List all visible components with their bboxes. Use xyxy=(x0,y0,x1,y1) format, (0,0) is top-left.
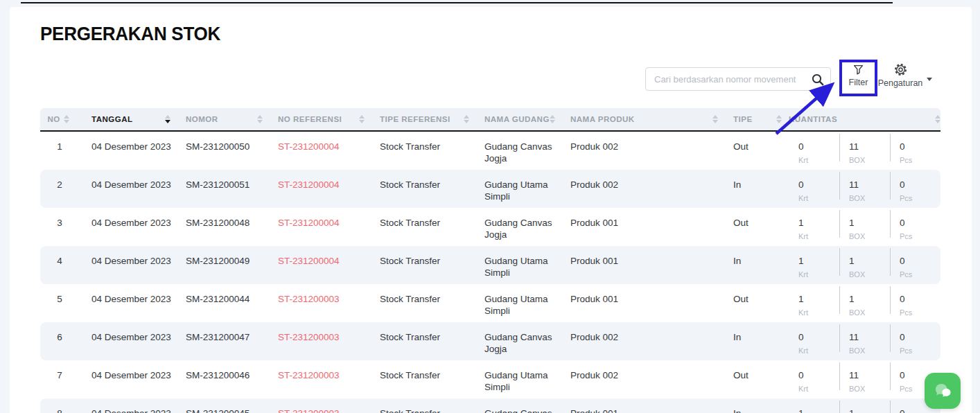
cell-nama-produk: Produk 002 xyxy=(562,132,725,170)
quantity-subcell: 0Pcs xyxy=(890,132,940,170)
quantity-value: 0 xyxy=(798,179,839,191)
quantity-value: 1 xyxy=(798,255,839,267)
cell-no-referensi: ST-231200004 xyxy=(270,208,371,246)
reference-link[interactable]: ST-231200003 xyxy=(278,332,340,342)
quantity-subcell: 11BOX xyxy=(839,170,890,208)
cell-nomor: SM-231200051 xyxy=(177,170,270,208)
search-input[interactable] xyxy=(646,68,830,90)
quantity-unit: Krt xyxy=(798,383,839,395)
reference-link[interactable]: ST-231200003 xyxy=(278,294,340,304)
reference-link[interactable]: ST-231200004 xyxy=(278,256,340,266)
cell-nama-gudang: Gudang Utama Simpli xyxy=(476,170,562,208)
cell-nama-produk: Produk 001 xyxy=(562,246,725,284)
header-cell-no_referensi[interactable]: NO REFERENSI xyxy=(270,108,371,130)
reference-link[interactable]: ST-231200004 xyxy=(278,218,340,228)
cell-tipe: In xyxy=(725,398,789,413)
cell-no-referensi: ST-231200004 xyxy=(270,246,371,284)
quantity-subcell: 0Pcs xyxy=(890,170,940,208)
page-title: PERGERAKAN STOK xyxy=(40,23,220,45)
cell-nomor: SM-231200044 xyxy=(177,284,270,322)
header-cell-kuantitas[interactable]: KUANTITAS xyxy=(789,108,940,130)
reference-link[interactable]: ST-231200004 xyxy=(278,141,340,152)
header-cell-tipe_referensi[interactable]: TIPE REFERENSI xyxy=(371,108,476,130)
reference-link[interactable]: ST-231200004 xyxy=(278,179,340,190)
quantity-subcell: 0Pcs xyxy=(890,246,940,284)
reference-link[interactable]: ST-231200003 xyxy=(278,408,340,413)
cell-kuantitas: 0Krt11BOX0Pcs xyxy=(789,132,940,170)
sort-arrows-icon xyxy=(776,115,782,123)
funnel-icon xyxy=(852,63,865,76)
cell-no: 4 xyxy=(40,246,83,284)
quantity-value: 0 xyxy=(900,331,940,343)
quantity-value: 0 xyxy=(900,179,940,191)
cell-tipe-referensi: Stock Transfer xyxy=(371,170,476,208)
header-cell-no[interactable]: NO xyxy=(40,108,83,130)
header-cell-nama_produk[interactable]: NAMA PRODUK xyxy=(562,108,725,130)
quantity-value: 0 xyxy=(900,217,940,229)
header-cell-tanggal[interactable]: TANGGAL xyxy=(83,108,177,130)
header-label: TIPE xyxy=(733,115,753,123)
cell-nomor: SM-231200050 xyxy=(177,132,270,170)
quantity-subcell: 1BOX xyxy=(839,284,890,322)
cell-nama-gudang: Gudang Utama Simpli xyxy=(476,360,562,398)
table-row: 504 Desember 2023SM-231200044ST-23120000… xyxy=(40,284,940,322)
table-row: 304 Desember 2023SM-231200048ST-23120000… xyxy=(40,208,940,246)
cell-kuantitas: 1Krt1BOX0Pcs xyxy=(789,398,940,413)
header-label: TANGGAL xyxy=(91,115,133,123)
header-cell-nomor[interactable]: NOMOR xyxy=(177,108,270,130)
quantity-value: 1 xyxy=(798,293,839,305)
gear-icon xyxy=(893,62,908,77)
quantity-value: 11 xyxy=(849,141,890,152)
quantity-subcell: 11BOX xyxy=(839,360,890,398)
cell-no: 5 xyxy=(40,284,83,322)
reference-link[interactable]: ST-231200003 xyxy=(278,370,340,380)
cell-tanggal: 04 Desember 2023 xyxy=(83,284,177,322)
table-row: 104 Desember 2023SM-231200050ST-23120000… xyxy=(40,132,940,170)
cell-nomor: SM-231200046 xyxy=(177,360,270,398)
quantity-unit: Pcs xyxy=(900,269,940,281)
table-header: NOTANGGALNOMORNO REFERENSITIPE REFERENSI… xyxy=(40,108,940,132)
cell-tipe-referensi: Stock Transfer xyxy=(371,322,476,360)
cell-no-referensi: ST-231200004 xyxy=(270,170,371,208)
cell-nama-gudang: Gudang Canvas Jogja xyxy=(476,208,562,246)
quantity-unit: BOX xyxy=(849,383,890,395)
quantity-value: 0 xyxy=(900,255,940,267)
chat-button[interactable] xyxy=(925,373,961,409)
table-row: 604 Desember 2023SM-231200047ST-23120000… xyxy=(40,322,940,360)
header-cell-nama_gudang[interactable]: NAMA GUDANG xyxy=(476,108,562,130)
quantity-subcell: 0Pcs xyxy=(890,322,940,360)
sort-arrows-icon xyxy=(712,115,718,123)
cell-tipe: In xyxy=(725,322,789,360)
cell-tipe: Out xyxy=(725,284,789,322)
cell-no: 1 xyxy=(40,132,83,170)
quantity-unit: BOX xyxy=(849,345,890,357)
quantity-unit: Krt xyxy=(798,193,839,204)
quantity-value: 1 xyxy=(849,255,890,267)
header-label: NOMOR xyxy=(186,115,218,123)
quantity-subcell: 0Krt xyxy=(789,322,839,360)
cell-no: 2 xyxy=(40,170,83,208)
cell-no: 7 xyxy=(40,360,83,398)
cell-kuantitas: 0Krt11BOX0Pcs xyxy=(789,322,940,360)
caret-down-icon[interactable] xyxy=(927,78,932,81)
filter-button[interactable]: Filter xyxy=(841,62,875,94)
quantity-value: 1 xyxy=(798,217,839,229)
header-cell-tipe[interactable]: TIPE xyxy=(725,108,789,130)
quantity-value: 0 xyxy=(798,141,839,152)
quantity-subcell: 0Pcs xyxy=(890,208,940,246)
cell-kuantitas: 1Krt1BOX0Pcs xyxy=(789,208,940,246)
quantity-subcell: 1BOX xyxy=(839,208,890,246)
quantity-subcell: 0Pcs xyxy=(890,284,940,322)
top-accent-line xyxy=(21,2,893,3)
quantity-unit: BOX xyxy=(849,307,890,319)
cell-nama-produk: Produk 002 xyxy=(562,322,725,360)
search-icon[interactable] xyxy=(811,73,825,87)
header-label: NO xyxy=(47,115,60,123)
quantity-unit: Pcs xyxy=(900,193,940,204)
settings-button[interactable]: Pengaturan xyxy=(877,62,923,94)
cell-no: 8 xyxy=(40,398,83,413)
cell-tanggal: 04 Desember 2023 xyxy=(83,398,177,413)
quantity-unit: Krt xyxy=(798,307,839,319)
cell-nama-produk: Produk 001 xyxy=(562,208,725,246)
cell-kuantitas: 0Krt11BOX0Pcs xyxy=(789,170,940,208)
